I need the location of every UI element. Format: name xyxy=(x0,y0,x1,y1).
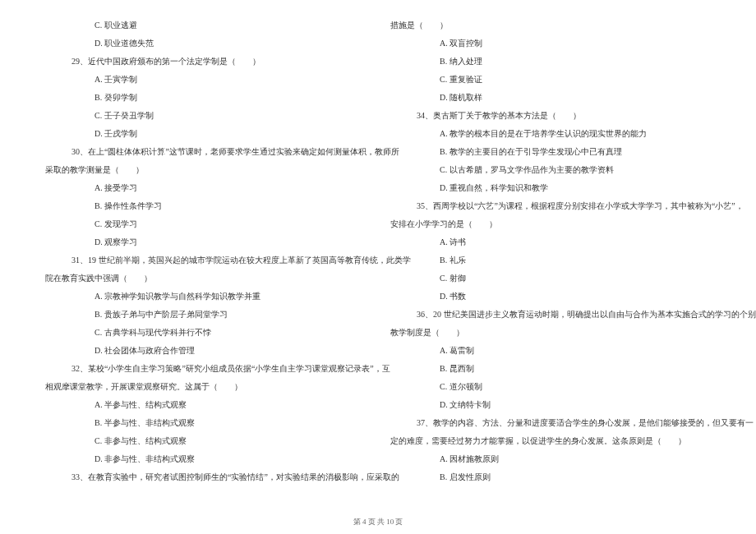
text-line: B. 操作性条件学习 xyxy=(45,197,366,215)
text-line: B. 癸卯学制 xyxy=(45,89,366,107)
text-line: 教学制度是（ ） xyxy=(390,324,711,342)
text-line: A. 半参与性、结构式观察 xyxy=(45,396,366,414)
text-line: 35、西周学校以“六艺”为课程，根据程度分别安排在小学或大学学习，其中被称为“小… xyxy=(390,197,711,215)
text-line: B. 启发性原则 xyxy=(390,468,711,486)
text-line: B. 半参与性、非结构式观察 xyxy=(45,414,366,432)
text-line: 29、近代中国政府颁布的第一个法定学制是（ ） xyxy=(45,53,366,71)
text-line: C. 古典学科与现代学科并行不悖 xyxy=(45,324,366,342)
text-line: 37、教学的内容、方法、分量和进度要适合学生的身心发展，是他们能够接受的，但又要… xyxy=(390,414,711,432)
text-line: D. 社会团体与政府合作管理 xyxy=(45,342,366,360)
text-line: 措施是（ ） xyxy=(390,16,711,35)
text-line: A. 接受学习 xyxy=(45,179,366,197)
text-line: A. 壬寅学制 xyxy=(45,71,366,89)
text-line: C. 职业逃避 xyxy=(45,16,366,35)
right-column: 措施是（ ）A. 双盲控制B. 纳入处理C. 重复验证D. 随机取样34、奥古斯… xyxy=(378,16,723,509)
left-column: C. 职业逃避D. 职业道德失范29、近代中国政府颁布的第一个法定学制是（ ）A… xyxy=(33,16,378,509)
page-footer: 第 4 页 共 10 页 xyxy=(0,517,756,527)
text-line: 31、19 世纪前半期，英国兴起的城市学院运动在较大程度上革新了英国高等教育传统… xyxy=(45,251,366,269)
text-line: A. 双盲控制 xyxy=(390,35,711,53)
text-line: D. 文纳特卡制 xyxy=(390,396,711,414)
text-line: D. 观察学习 xyxy=(45,233,366,251)
text-line: 采取的教学测量是（ ） xyxy=(45,161,366,179)
text-line: 定的难度，需要经过努力才能掌握，以促进学生的身心发展。这条原则是（ ） xyxy=(390,432,711,450)
text-line: 院在教育实践中强调（ ） xyxy=(45,269,366,288)
text-line: B. 昆西制 xyxy=(390,360,711,378)
text-line: A. 诗书 xyxy=(390,233,711,251)
text-line: D. 职业道德失范 xyxy=(45,35,366,53)
text-line: A. 教学的根本目的是在于培养学生认识的现实世界的能力 xyxy=(390,125,711,143)
text-line: C. 道尔顿制 xyxy=(390,378,711,396)
text-line: C. 射御 xyxy=(390,269,711,288)
exam-page: C. 职业逃避D. 职业道德失范29、近代中国政府颁布的第一个法定学制是（ ）A… xyxy=(0,0,756,534)
text-line: 安排在小学学习的是（ ） xyxy=(390,215,711,233)
text-line: A. 宗教神学知识教学与自然科学知识教学并重 xyxy=(45,288,366,306)
text-line: B. 教学的主要目的在于引导学生发现心中已有真理 xyxy=(390,143,711,161)
text-line: C. 发现学习 xyxy=(45,215,366,233)
text-line: 33、在教育实验中，研究者试图控制师生的“实验情结”，对实验结果的消极影响，应采… xyxy=(45,468,366,486)
text-line: A. 葛雷制 xyxy=(390,342,711,360)
text-line: C. 非参与性、结构式观察 xyxy=(45,432,366,450)
text-line: C. 壬子癸丑学制 xyxy=(45,107,366,125)
text-line: 32、某校“小学生自主学习策略”研究小组成员依据“小学生自主学习课堂观察记录表”… xyxy=(45,360,366,378)
text-line: A. 因材施教原则 xyxy=(390,450,711,468)
text-line: 相观摩课堂教学，开展课堂观察研究。这属于（ ） xyxy=(45,378,366,396)
text-line: C. 以古希腊，罗马文学作品作为主要的教学资料 xyxy=(390,161,711,179)
text-line: D. 书数 xyxy=(390,288,711,306)
text-line: D. 随机取样 xyxy=(390,89,711,107)
text-line: 36、20 世纪美国进步主义教育运动时期，明确提出以自由与合作为基本实施合式的学… xyxy=(390,306,711,324)
text-line: D. 重视自然，科学知识和教学 xyxy=(390,179,711,197)
text-line: D. 壬戌学制 xyxy=(45,125,366,143)
text-line: B. 礼乐 xyxy=(390,251,711,269)
text-line: C. 重复验证 xyxy=(390,71,711,89)
text-line: D. 非参与性、非结构式观察 xyxy=(45,450,366,468)
text-line: B. 纳入处理 xyxy=(390,53,711,71)
text-line: B. 贵族子弟与中产阶层子弟同堂学习 xyxy=(45,306,366,324)
text-line: 30、在上“圆柱体体积计算”这节课时，老师要求学生通过实验来确定如何测量体积，教… xyxy=(45,143,366,161)
text-line: 34、奥古斯丁关于教学的基本方法是（ ） xyxy=(390,107,711,125)
